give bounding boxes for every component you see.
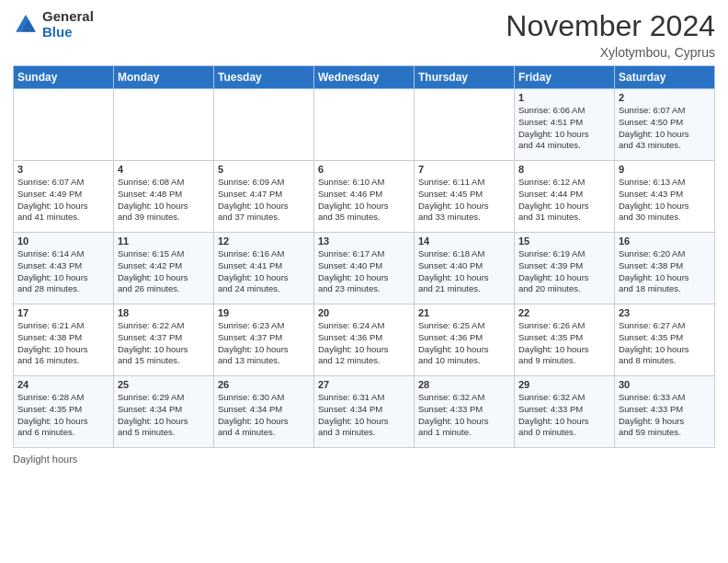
day-info: Sunrise: 6:25 AM Sunset: 4:36 PM Dayligh…	[418, 320, 510, 367]
day-info: Sunrise: 6:18 AM Sunset: 4:40 PM Dayligh…	[418, 248, 510, 295]
day-info: Sunrise: 6:23 AM Sunset: 4:37 PM Dayligh…	[218, 320, 310, 367]
calendar-cell: 4Sunrise: 6:08 AM Sunset: 4:48 PM Daylig…	[114, 161, 214, 233]
day-number: 3	[17, 164, 109, 175]
calendar-cell: 22Sunrise: 6:26 AM Sunset: 4:35 PM Dayli…	[515, 304, 615, 376]
day-info: Sunrise: 6:32 AM Sunset: 4:33 PM Dayligh…	[418, 392, 510, 439]
day-info: Sunrise: 6:32 AM Sunset: 4:33 PM Dayligh…	[518, 392, 610, 439]
day-number: 10	[17, 236, 109, 247]
month-title: November 2024	[506, 9, 715, 43]
day-number: 9	[619, 164, 711, 175]
calendar-week-row: 3Sunrise: 6:07 AM Sunset: 4:49 PM Daylig…	[14, 161, 715, 233]
day-info: Sunrise: 6:08 AM Sunset: 4:48 PM Dayligh…	[118, 177, 210, 224]
calendar-cell: 23Sunrise: 6:27 AM Sunset: 4:35 PM Dayli…	[615, 304, 715, 376]
day-info: Sunrise: 6:09 AM Sunset: 4:47 PM Dayligh…	[218, 177, 310, 224]
day-info: Sunrise: 6:30 AM Sunset: 4:34 PM Dayligh…	[218, 392, 310, 439]
page: General Blue November 2024 Xylotymbou, C…	[0, 0, 728, 563]
day-number: 7	[418, 164, 510, 175]
calendar-cell: 21Sunrise: 6:25 AM Sunset: 4:36 PM Dayli…	[415, 304, 515, 376]
logo-text: General Blue	[42, 9, 94, 40]
calendar-header-cell: Thursday	[415, 66, 515, 89]
calendar-week-row: 1Sunrise: 6:06 AM Sunset: 4:51 PM Daylig…	[14, 89, 715, 161]
calendar-cell	[415, 89, 515, 161]
logo-icon	[13, 12, 39, 38]
day-number: 2	[619, 92, 711, 103]
day-info: Sunrise: 6:24 AM Sunset: 4:36 PM Dayligh…	[318, 320, 410, 367]
day-info: Sunrise: 6:29 AM Sunset: 4:34 PM Dayligh…	[118, 392, 210, 439]
day-info: Sunrise: 6:06 AM Sunset: 4:51 PM Dayligh…	[518, 105, 610, 152]
day-number: 20	[318, 307, 410, 318]
day-info: Sunrise: 6:33 AM Sunset: 4:33 PM Dayligh…	[619, 392, 711, 439]
day-number: 4	[118, 164, 210, 175]
title-block: November 2024 Xylotymbou, Cyprus	[506, 9, 715, 60]
footer-label: Daylight hours	[13, 454, 77, 465]
day-number: 5	[218, 164, 310, 175]
day-number: 28	[418, 379, 510, 390]
day-info: Sunrise: 6:13 AM Sunset: 4:43 PM Dayligh…	[619, 177, 711, 224]
calendar-cell: 25Sunrise: 6:29 AM Sunset: 4:34 PM Dayli…	[114, 376, 214, 448]
calendar-cell: 9Sunrise: 6:13 AM Sunset: 4:43 PM Daylig…	[615, 161, 715, 233]
calendar-cell: 1Sunrise: 6:06 AM Sunset: 4:51 PM Daylig…	[515, 89, 615, 161]
header: General Blue November 2024 Xylotymbou, C…	[13, 9, 715, 60]
calendar-cell	[314, 89, 415, 161]
calendar-cell: 16Sunrise: 6:20 AM Sunset: 4:38 PM Dayli…	[615, 233, 715, 304]
logo-blue: Blue	[42, 25, 94, 40]
logo: General Blue	[13, 9, 94, 40]
day-number: 25	[118, 379, 210, 390]
calendar-header-row: SundayMondayTuesdayWednesdayThursdayFrid…	[14, 66, 715, 89]
day-info: Sunrise: 6:17 AM Sunset: 4:40 PM Dayligh…	[318, 248, 410, 295]
day-number: 21	[418, 307, 510, 318]
calendar-cell	[214, 89, 314, 161]
day-info: Sunrise: 6:31 AM Sunset: 4:34 PM Dayligh…	[318, 392, 410, 439]
calendar-cell: 2Sunrise: 6:07 AM Sunset: 4:50 PM Daylig…	[615, 89, 715, 161]
day-number: 15	[518, 236, 610, 247]
location: Xylotymbou, Cyprus	[506, 45, 715, 60]
calendar-week-row: 10Sunrise: 6:14 AM Sunset: 4:43 PM Dayli…	[14, 233, 715, 304]
day-number: 19	[218, 307, 310, 318]
day-info: Sunrise: 6:26 AM Sunset: 4:35 PM Dayligh…	[518, 320, 610, 367]
calendar-cell: 19Sunrise: 6:23 AM Sunset: 4:37 PM Dayli…	[214, 304, 314, 376]
day-info: Sunrise: 6:15 AM Sunset: 4:42 PM Dayligh…	[118, 248, 210, 295]
calendar-cell: 10Sunrise: 6:14 AM Sunset: 4:43 PM Dayli…	[14, 233, 114, 304]
day-number: 23	[619, 307, 711, 318]
calendar-cell: 8Sunrise: 6:12 AM Sunset: 4:44 PM Daylig…	[515, 161, 615, 233]
day-info: Sunrise: 6:14 AM Sunset: 4:43 PM Dayligh…	[17, 248, 109, 295]
day-number: 17	[17, 307, 109, 318]
day-info: Sunrise: 6:16 AM Sunset: 4:41 PM Dayligh…	[218, 248, 310, 295]
day-info: Sunrise: 6:22 AM Sunset: 4:37 PM Dayligh…	[118, 320, 210, 367]
day-number: 8	[518, 164, 610, 175]
logo-general: General	[42, 9, 94, 25]
day-number: 16	[619, 236, 711, 247]
calendar-cell: 28Sunrise: 6:32 AM Sunset: 4:33 PM Dayli…	[415, 376, 515, 448]
day-number: 12	[218, 236, 310, 247]
calendar-cell	[114, 89, 214, 161]
day-info: Sunrise: 6:20 AM Sunset: 4:38 PM Dayligh…	[619, 248, 711, 295]
calendar-week-row: 17Sunrise: 6:21 AM Sunset: 4:38 PM Dayli…	[14, 304, 715, 376]
calendar-cell: 5Sunrise: 6:09 AM Sunset: 4:47 PM Daylig…	[214, 161, 314, 233]
calendar-cell: 6Sunrise: 6:10 AM Sunset: 4:46 PM Daylig…	[314, 161, 415, 233]
calendar-cell: 18Sunrise: 6:22 AM Sunset: 4:37 PM Dayli…	[114, 304, 214, 376]
day-number: 27	[318, 379, 410, 390]
calendar-cell: 20Sunrise: 6:24 AM Sunset: 4:36 PM Dayli…	[314, 304, 415, 376]
calendar-table: SundayMondayTuesdayWednesdayThursdayFrid…	[13, 65, 715, 448]
calendar-cell: 24Sunrise: 6:28 AM Sunset: 4:35 PM Dayli…	[14, 376, 114, 448]
calendar-cell: 7Sunrise: 6:11 AM Sunset: 4:45 PM Daylig…	[415, 161, 515, 233]
day-number: 13	[318, 236, 410, 247]
calendar-header-cell: Sunday	[14, 66, 114, 89]
day-info: Sunrise: 6:19 AM Sunset: 4:39 PM Dayligh…	[518, 248, 610, 295]
calendar-cell: 30Sunrise: 6:33 AM Sunset: 4:33 PM Dayli…	[615, 376, 715, 448]
calendar-header-cell: Saturday	[615, 66, 715, 89]
calendar-cell: 29Sunrise: 6:32 AM Sunset: 4:33 PM Dayli…	[515, 376, 615, 448]
day-info: Sunrise: 6:27 AM Sunset: 4:35 PM Dayligh…	[619, 320, 711, 367]
calendar-cell: 14Sunrise: 6:18 AM Sunset: 4:40 PM Dayli…	[415, 233, 515, 304]
footer: Daylight hours	[13, 454, 715, 465]
day-info: Sunrise: 6:07 AM Sunset: 4:50 PM Dayligh…	[619, 105, 711, 152]
day-number: 22	[518, 307, 610, 318]
day-number: 11	[118, 236, 210, 247]
calendar-cell: 27Sunrise: 6:31 AM Sunset: 4:34 PM Dayli…	[314, 376, 415, 448]
calendar-body: 1Sunrise: 6:06 AM Sunset: 4:51 PM Daylig…	[14, 89, 715, 448]
calendar-header-cell: Monday	[114, 66, 214, 89]
day-info: Sunrise: 6:21 AM Sunset: 4:38 PM Dayligh…	[17, 320, 109, 367]
calendar-cell: 15Sunrise: 6:19 AM Sunset: 4:39 PM Dayli…	[515, 233, 615, 304]
day-number: 30	[619, 379, 711, 390]
calendar-cell: 12Sunrise: 6:16 AM Sunset: 4:41 PM Dayli…	[214, 233, 314, 304]
